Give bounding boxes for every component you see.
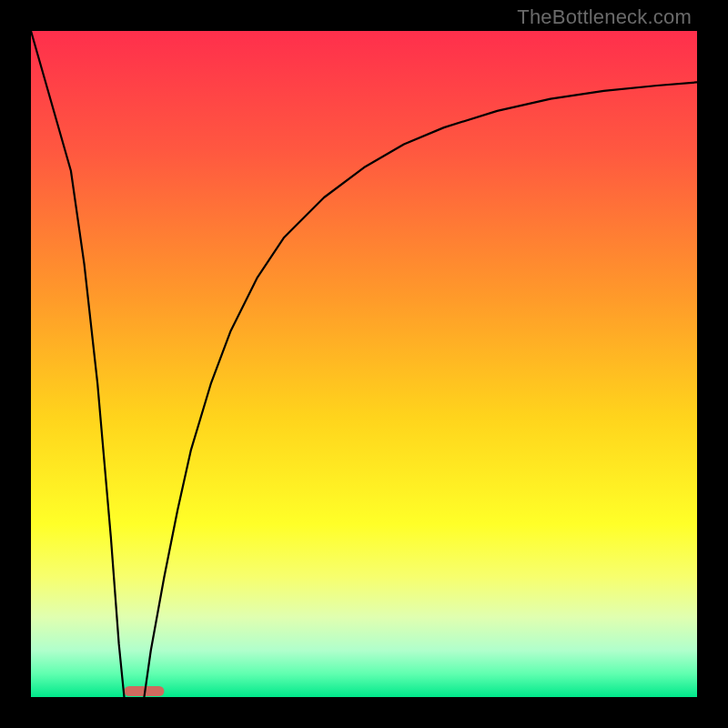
- plot-area: [31, 31, 697, 697]
- watermark-text: TheBottleneck.com: [517, 5, 692, 29]
- gradient-background: [31, 31, 697, 697]
- chart-frame: TheBottleneck.com: [0, 0, 728, 728]
- chart-svg: [31, 31, 697, 697]
